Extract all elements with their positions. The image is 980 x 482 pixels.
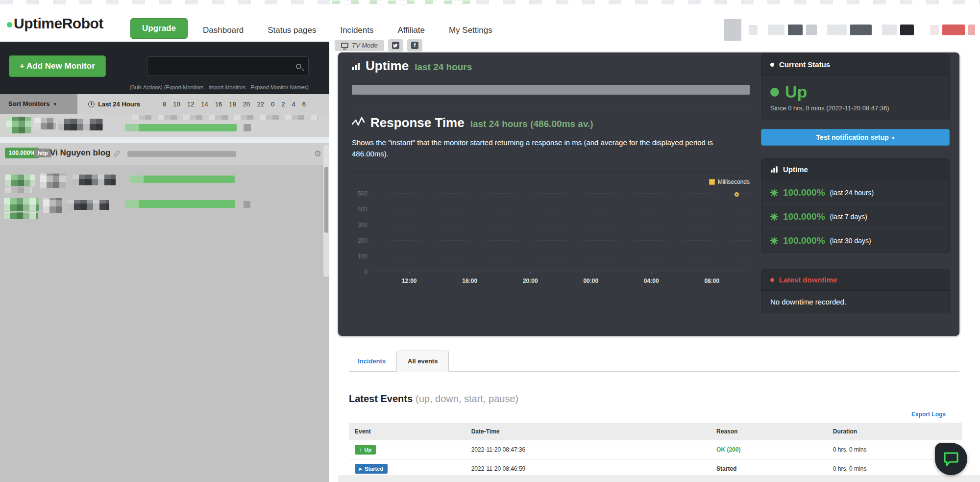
events-tabs: Incidents All events (349, 349, 959, 372)
up-event-badge: ↑Up (355, 445, 376, 455)
tab-all-events[interactable]: All events (396, 351, 449, 372)
redacted-uptime-badge (5, 175, 35, 186)
twitter-button[interactable] (388, 39, 403, 51)
status-state: Up (785, 82, 807, 101)
redacted-block (900, 25, 914, 35)
test-notification-button[interactable]: Test notification setup▾ (761, 129, 950, 146)
col-duration: Duration (827, 423, 962, 440)
monitor-name[interactable]: Vi Nguyen blog (50, 148, 110, 158)
tv-mode-row: TV Mode f (335, 39, 422, 51)
scrollbar-thumb[interactable] (324, 167, 328, 233)
redacted-monitor-name (73, 175, 116, 185)
uptime-value: 100.000% (783, 211, 825, 222)
bar-end-block (244, 124, 251, 131)
legend-label: Milliseconds (718, 178, 750, 185)
upgrade-button[interactable]: Upgrade (130, 18, 188, 39)
add-new-monitor-button[interactable]: + Add New Monitor (9, 55, 106, 77)
hour-tick: 18 (229, 101, 236, 108)
tv-mode-button[interactable]: TV Mode (335, 40, 384, 51)
redacted-block (930, 25, 939, 35)
sort-monitors-button[interactable]: Sort Monitors▾ (0, 94, 77, 114)
nav-dashboard[interactable]: Dashboard (203, 25, 244, 35)
y-tick: 400 (354, 206, 368, 213)
facebook-button[interactable]: f (407, 39, 422, 51)
x-tick: 16:00 (462, 278, 477, 284)
bottom-edge-strip (338, 475, 980, 482)
line-chart-icon (352, 116, 365, 129)
hour-tick: 14 (201, 101, 208, 108)
y-tick: 500 (354, 190, 368, 197)
logo-dot-icon (7, 22, 12, 27)
tab-incidents[interactable]: Incidents (349, 351, 394, 371)
chat-widget-button[interactable] (935, 443, 967, 475)
current-status-body: Up Since 0 hrs, 0 mins (2022-11-20 08:47… (761, 76, 949, 120)
redacted-uptime-badge (4, 198, 39, 211)
response-title: Response Time (370, 115, 465, 130)
export-logs-link[interactable]: Export Logs (911, 411, 946, 418)
monitor-type-badge: http (34, 149, 51, 157)
range-selector[interactable]: Last 24 Hours (88, 94, 140, 114)
monitor-row-redacted[interactable] (0, 114, 329, 137)
current-status-card: Current Status Up Since 0 hrs, 0 mins (2… (761, 53, 950, 120)
y-tick: 0 (354, 269, 368, 276)
sidebar-scrollbar[interactable] (323, 145, 329, 277)
hour-tick: 12 (187, 101, 194, 108)
current-status-header: Current Status (761, 54, 949, 76)
monitor-row-vi-nguyen-blog[interactable]: 100.000% http Vi Nguyen blog ⚙ (0, 143, 329, 165)
latest-events-title: Latest Events(up, down, start, pause) (349, 393, 518, 405)
uptime-bar-gray (127, 151, 236, 157)
event-reason: OK (200) (710, 442, 827, 457)
uptime-bar-green (125, 124, 237, 131)
legend-swatch (709, 179, 715, 185)
chart-x-axis: 12:00 16:00 20:00 00:00 04:00 08:00 (371, 274, 750, 286)
latest-downtime-header: Latest downtime (761, 269, 949, 291)
monitor-search-input[interactable] (147, 62, 296, 70)
redacted-block (749, 25, 758, 35)
bar-end-block (244, 201, 250, 208)
sidebar-toolbar: + Add New Monitor (Bulk Actions) (Export… (0, 42, 329, 94)
uptime-value: 100.000% (783, 187, 825, 198)
nav-incidents[interactable]: Incidents (340, 25, 373, 35)
search-icon (296, 64, 301, 69)
redacted-strip (132, 115, 318, 120)
divider (352, 106, 750, 107)
event-datetime: 2022-11-20 08:47:36 (466, 442, 710, 457)
event-row-up[interactable]: ↑Up 2022-11-20 08:47:36 OK (200) 0 hrs, … (349, 440, 962, 459)
x-tick: 00:00 (583, 278, 598, 284)
hour-tick: 20 (243, 101, 250, 108)
charts-column: Uptime last 24 hours Response Time last … (352, 58, 750, 286)
x-tick: 08:00 (704, 278, 719, 284)
external-link-icon[interactable] (114, 150, 120, 159)
nav-status-pages[interactable]: Status pages (268, 25, 316, 35)
event-reason: Started (710, 461, 827, 477)
row-separator (0, 137, 329, 143)
status-cards-column: Current Status Up Since 0 hrs, 0 mins (2… (761, 53, 950, 313)
uptime-card-title: Uptime (783, 165, 808, 174)
bulk-action-links[interactable]: (Bulk Actions) (Export Monitors - Import… (129, 84, 309, 90)
x-tick: 12:00 (402, 278, 417, 284)
response-description: Shows the "instant" that the monitor sta… (352, 137, 750, 160)
chevron-down-icon: ▾ (54, 101, 57, 107)
gear-icon[interactable]: ⚙ (314, 149, 321, 159)
uptime-subtitle: last 24 hours (415, 62, 472, 73)
uptime-row-30d: 100.000% (last 30 days) (761, 228, 949, 253)
redacted-browser-tabs (332, 0, 474, 4)
monitor-search-box[interactable] (147, 56, 309, 76)
monitor-row-redacted[interactable] (0, 170, 329, 195)
clock-icon (88, 101, 95, 107)
redacted-avatar (724, 19, 741, 41)
chart-legend[interactable]: Milliseconds (352, 177, 750, 187)
hour-tick: 4 (292, 101, 295, 108)
monitor-row-redacted[interactable] (0, 195, 329, 221)
redacted-type-badge (43, 198, 62, 213)
uptimerobot-logo[interactable]: UptimeRobot (7, 16, 103, 31)
current-status-title: Current Status (779, 60, 830, 69)
latest-downtime-title: Latest downtime (779, 276, 837, 284)
nav-my-settings[interactable]: My Settings (449, 25, 492, 35)
main-nav: Dashboard Status pages Incidents Affilia… (203, 25, 492, 35)
nav-affiliate[interactable]: Affiliate (397, 25, 424, 35)
uptime-title: Uptime (366, 58, 409, 74)
monitor-detail-panel: Uptime last 24 hours Response Time last … (338, 52, 959, 336)
uptime-bar-green (130, 176, 235, 183)
up-arrow-icon: ↑ (359, 447, 362, 453)
